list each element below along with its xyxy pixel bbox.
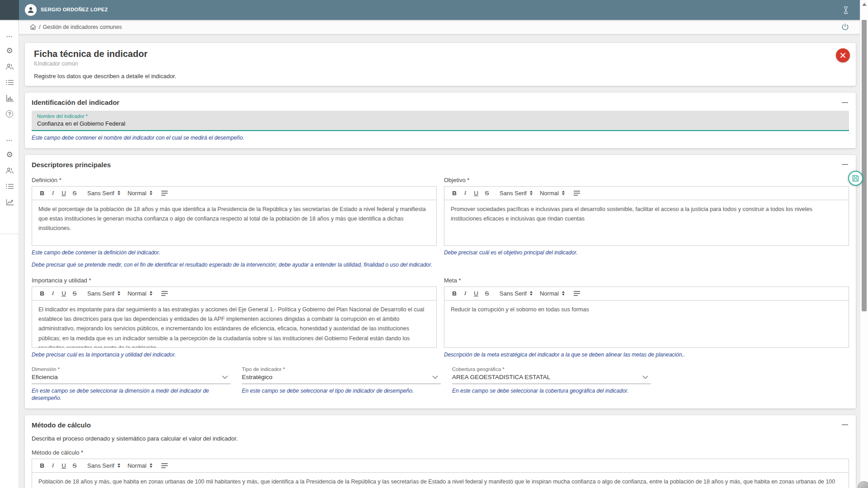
size-picker-label: Normal bbox=[540, 190, 559, 197]
sidebar-item-users-2[interactable] bbox=[0, 164, 19, 177]
field-importancia: Importancia y utilidad * B I U S Sans Se… bbox=[32, 269, 437, 359]
more-options-icon: ... bbox=[6, 136, 13, 142]
font-picker-label: Sans Serif bbox=[87, 190, 114, 197]
save-button[interactable] bbox=[848, 171, 863, 186]
strike-button[interactable]: S bbox=[69, 288, 80, 298]
chevron-down-icon bbox=[432, 375, 438, 379]
objetivo-textarea[interactable]: Promover sociedades pacíficas e inclusiv… bbox=[444, 200, 849, 245]
field-helper: Descripción de la meta estratégica del i… bbox=[444, 352, 849, 359]
close-button[interactable] bbox=[836, 48, 850, 62]
scrollbar-thumb[interactable] bbox=[862, 20, 867, 311]
sidebar-item-bar-chart[interactable] bbox=[0, 91, 19, 105]
input-label: Nombre del indicador * bbox=[37, 113, 844, 119]
bold-button[interactable]: B bbox=[449, 188, 460, 198]
objetivo-editor: B I U S Sans Serif Normal Promover socie… bbox=[444, 186, 849, 246]
size-picker[interactable]: Normal bbox=[127, 190, 152, 197]
collapse-section-button[interactable] bbox=[842, 161, 849, 168]
field-meta: Meta * B I U S Sans Serif Normal Reducir… bbox=[444, 269, 849, 359]
bold-button[interactable]: B bbox=[37, 188, 47, 198]
main-content: Ficha técnica de indicador IUndicador co… bbox=[19, 34, 860, 488]
collapse-section-button[interactable] bbox=[842, 99, 849, 106]
sidebar-item-settings-2[interactable]: ⚙ bbox=[0, 148, 19, 161]
font-picker-label: Sans Serif bbox=[87, 290, 114, 297]
underline-button[interactable]: U bbox=[471, 188, 481, 198]
minus-icon bbox=[842, 424, 848, 425]
more-options-icon: ... bbox=[6, 32, 13, 38]
page-subtitle: IUndicador común bbox=[34, 61, 847, 67]
align-left-icon[interactable] bbox=[572, 188, 583, 198]
collapse-section-button[interactable] bbox=[842, 422, 849, 428]
users-icon bbox=[5, 63, 14, 70]
editor-toolbar: B I U S Sans Serif Normal bbox=[444, 287, 849, 300]
definicion-textarea[interactable]: Mide el porcentaje de la población de 18… bbox=[32, 200, 436, 245]
strike-button[interactable]: S bbox=[69, 460, 80, 470]
italic-button[interactable]: I bbox=[460, 188, 471, 198]
bold-button[interactable]: B bbox=[449, 288, 460, 298]
sidebar-divider bbox=[0, 234, 19, 234]
italic-button[interactable]: I bbox=[47, 288, 58, 298]
list-icon bbox=[6, 80, 14, 85]
underline-button[interactable]: U bbox=[58, 460, 69, 470]
size-picker[interactable]: Normal bbox=[540, 290, 565, 297]
select-value: AREA GEOESTADISTICA ESTATAL bbox=[452, 374, 651, 380]
sidebar-item-more-options-2[interactable]: ... bbox=[0, 132, 19, 145]
scroll-up-arrow[interactable] bbox=[862, 3, 867, 6]
size-picker[interactable]: Normal bbox=[127, 290, 152, 297]
updown-icon bbox=[118, 291, 120, 296]
font-picker[interactable]: Sans Serif bbox=[500, 190, 533, 197]
strike-button[interactable]: S bbox=[481, 288, 492, 298]
italic-button[interactable]: I bbox=[47, 188, 58, 198]
align-left-icon[interactable] bbox=[160, 460, 170, 470]
underline-button[interactable]: U bbox=[471, 288, 481, 298]
align-left-icon[interactable] bbox=[572, 288, 583, 298]
sidebar-corner bbox=[0, 0, 19, 20]
hourglass-icon[interactable] bbox=[842, 5, 850, 15]
updown-icon bbox=[530, 291, 533, 296]
dimension-select[interactable]: Dimensión * Eficiencia bbox=[32, 366, 231, 384]
sidebar-item-line-chart[interactable] bbox=[0, 195, 19, 209]
cobertura-geografica-select[interactable]: Cobertura geográfica * AREA GEOESTADISTI… bbox=[452, 366, 651, 384]
font-picker[interactable]: Sans Serif bbox=[87, 290, 120, 297]
bold-button[interactable]: B bbox=[37, 288, 47, 298]
underline-button[interactable]: U bbox=[58, 188, 69, 198]
home-icon[interactable] bbox=[30, 24, 36, 30]
section-title: Descriptores principales bbox=[32, 161, 111, 169]
field-definicion: Definición * B I U S Sans Serif Normal M… bbox=[32, 169, 437, 269]
size-picker[interactable]: Normal bbox=[540, 190, 565, 197]
nombre-indicador-input[interactable]: Nombre del indicador * Confianza en el G… bbox=[32, 111, 849, 131]
align-left-icon[interactable] bbox=[160, 288, 170, 298]
strike-button[interactable]: S bbox=[69, 188, 80, 198]
font-picker[interactable]: Sans Serif bbox=[500, 290, 533, 297]
sidebar-item-list-2[interactable] bbox=[0, 179, 19, 193]
strike-button[interactable]: S bbox=[481, 188, 492, 198]
size-picker[interactable]: Normal bbox=[127, 462, 152, 469]
section-descriptores: Descriptores principales Definición * B … bbox=[25, 155, 856, 408]
user-avatar[interactable] bbox=[25, 4, 37, 16]
bar-chart-icon bbox=[6, 95, 14, 102]
bold-button[interactable]: B bbox=[37, 460, 47, 470]
importancia-textarea[interactable]: El indicador es impotante para dar segui… bbox=[32, 300, 436, 347]
font-picker[interactable]: Sans Serif bbox=[87, 462, 120, 469]
meta-textarea[interactable]: Reducir la corrupción y el soborno en to… bbox=[444, 300, 849, 347]
importancia-editor: B I U S Sans Serif Normal El indicador e… bbox=[32, 286, 437, 348]
italic-button[interactable]: I bbox=[460, 288, 471, 298]
select-value: Estratégico bbox=[242, 374, 441, 380]
sidebar-item-help[interactable]: ? bbox=[0, 107, 19, 121]
tipo-indicador-select[interactable]: Tipo de indicador * Estratégico bbox=[242, 366, 441, 384]
metodo-textarea[interactable]: Población de 18 años y más, que habita e… bbox=[32, 473, 849, 488]
underline-button[interactable]: U bbox=[58, 288, 69, 298]
sidebar-item-users[interactable] bbox=[0, 60, 19, 73]
sidebar-item-settings[interactable]: ⚙ bbox=[0, 44, 19, 57]
minus-icon bbox=[842, 164, 848, 165]
italic-button[interactable]: I bbox=[47, 460, 58, 470]
definicion-editor: B I U S Sans Serif Normal Mide el porcen… bbox=[32, 186, 437, 246]
person-icon bbox=[27, 6, 34, 14]
meta-editor: B I U S Sans Serif Normal Reducir la cor… bbox=[444, 286, 849, 348]
sidebar-item-more-options[interactable]: ... bbox=[0, 28, 19, 42]
editor-toolbar: B I U S Sans Serif Normal bbox=[32, 187, 436, 200]
updown-icon bbox=[562, 291, 565, 296]
align-left-icon[interactable] bbox=[160, 188, 170, 198]
font-picker[interactable]: Sans Serif bbox=[87, 190, 120, 197]
sidebar-item-list[interactable] bbox=[0, 75, 19, 89]
power-icon[interactable] bbox=[841, 23, 850, 32]
